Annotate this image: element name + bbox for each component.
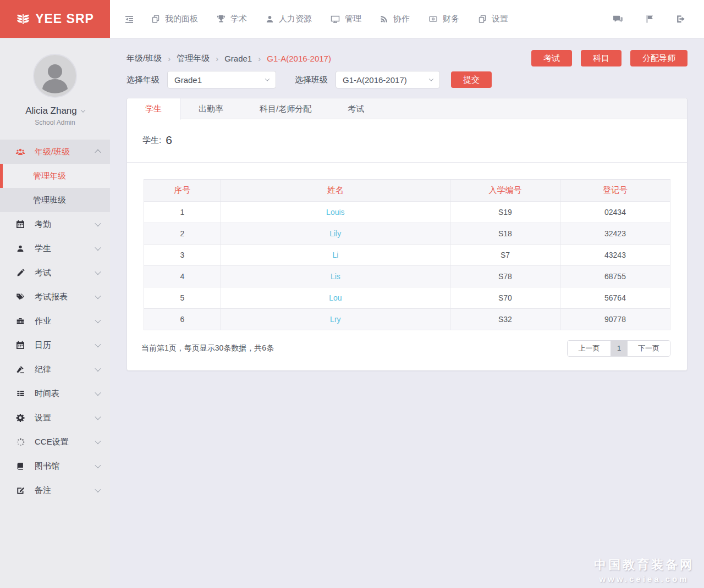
chevron-down-icon <box>95 317 101 323</box>
nav-item-collaboration[interactable]: 协作 <box>371 0 419 38</box>
nav-item-academic[interactable]: 学术 <box>207 0 256 38</box>
sidebar-item-cce-settings[interactable]: CCE设置 <box>0 430 110 454</box>
sidebar-item-discipline[interactable]: 纪律 <box>0 357 110 381</box>
table-cell-admission: S70 <box>450 287 560 309</box>
sidebar-item-exams[interactable]: 考试 <box>0 260 110 285</box>
student-count-value: 6 <box>166 134 172 147</box>
assign-tutor-button[interactable]: 分配导师 <box>630 50 688 66</box>
nav-item-admin[interactable]: 管理 <box>321 0 371 38</box>
header-right-icons <box>613 0 704 38</box>
chevron-down-icon <box>429 76 433 81</box>
calendar-icon <box>15 220 25 229</box>
nav-item-dashboard[interactable]: 我的面板 <box>142 0 207 38</box>
col-serial-no: 序号 <box>144 180 221 202</box>
tags-icon <box>15 293 25 301</box>
col-admission-no: 入学编号 <box>450 180 560 202</box>
avatar[interactable] <box>33 54 77 98</box>
table-cell-serial: 5 <box>144 287 221 309</box>
sidebar-item-attendance[interactable]: 考勤 <box>0 212 110 236</box>
copy-icon <box>151 14 160 24</box>
table-cell-serial: 2 <box>144 223 221 245</box>
sidebar-item-label: 设置 <box>35 413 51 423</box>
rss-icon <box>380 15 388 23</box>
sidebar-item-library[interactable]: 图书馆 <box>0 454 110 478</box>
user-icon <box>15 245 25 253</box>
table-cell-serial: 4 <box>144 266 221 287</box>
pager: 上一页 1 下一页 <box>567 340 670 357</box>
table-cell-admission: S78 <box>450 266 560 287</box>
prev-page-button[interactable]: 上一页 <box>568 341 610 356</box>
sidebar-item-homework[interactable]: 作业 <box>0 309 110 333</box>
chevron-down-icon <box>95 269 101 275</box>
nav-item-finance[interactable]: 财务 <box>419 0 469 38</box>
nav-label: 学术 <box>230 14 247 24</box>
main-content: 年级/班级 › 管理年级 › Grade1 › G1-A(2016-2017) … <box>110 38 704 588</box>
sidebar-submenu: 管理年级 管理班级 <box>0 164 110 212</box>
nav-item-settings[interactable]: 设置 <box>469 0 518 38</box>
table-row: 3 Li S7 43243 <box>144 245 670 266</box>
exam-button[interactable]: 考试 <box>531 50 572 66</box>
tab-attendance-rate[interactable]: 出勤率 <box>180 98 241 119</box>
desktop-icon <box>331 15 340 24</box>
calendar-icon <box>15 341 25 350</box>
chevron-down-icon <box>95 341 101 347</box>
tab-subject-teacher-assignment[interactable]: 科目/老师分配 <box>241 98 329 119</box>
sidebar-item-calendar[interactable]: 日历 <box>0 333 110 357</box>
briefcase-icon <box>15 317 25 325</box>
subject-button[interactable]: 科目 <box>581 50 622 66</box>
submit-button[interactable]: 提交 <box>451 71 492 88</box>
next-page-button[interactable]: 下一页 <box>627 341 670 356</box>
sidebar-item-grades-classes[interactable]: 年级/班级 <box>0 140 110 164</box>
sidebar-item-label: 图书馆 <box>35 461 59 471</box>
sidebar-menu: 年级/班级 管理年级 管理班级 考勤 <box>0 140 110 502</box>
sidebar-item-label: 年级/班级 <box>35 147 70 157</box>
student-name-link[interactable]: Lou <box>329 293 342 302</box>
students-table-wrap: 序号 姓名 入学编号 登记号 1 Louis S19 02434 2 <box>127 163 687 330</box>
breadcrumb-item[interactable]: 年级/班级 <box>127 53 162 64</box>
sidebar-item-timetable[interactable]: 时间表 <box>0 381 110 406</box>
student-name-link[interactable]: Lis <box>331 272 340 281</box>
student-name-link[interactable]: Lily <box>329 229 341 238</box>
sign-out-icon[interactable] <box>676 14 685 24</box>
chevron-down-icon <box>95 390 101 396</box>
note-icon <box>15 486 25 495</box>
comments-icon[interactable] <box>613 14 623 24</box>
sidebar-item-label: 作业 <box>35 316 51 326</box>
grade-select[interactable]: Grade1 <box>167 71 276 88</box>
sidebar-item-students[interactable]: 学生 <box>0 236 110 260</box>
student-count-block: 学生: 6 <box>127 119 687 163</box>
class-select-value: G1-A(2016-2017) <box>343 75 407 85</box>
flag-icon[interactable] <box>645 14 654 24</box>
student-name-link[interactable]: Li <box>332 251 338 259</box>
class-select[interactable]: G1-A(2016-2017) <box>336 71 440 88</box>
sidebar-item-remarks[interactable]: 备注 <box>0 478 110 502</box>
student-name-link[interactable]: Lry <box>330 315 340 324</box>
sidebar-item-exam-reports[interactable]: 考试报表 <box>0 285 110 309</box>
sidebar-item-label: 管理年级 <box>33 171 66 181</box>
breadcrumb-separator: › <box>168 54 170 63</box>
chevron-down-icon <box>95 462 101 468</box>
outdent-icon[interactable] <box>117 15 142 24</box>
sidebar-item-manage-grades[interactable]: 管理年级 <box>0 164 110 188</box>
chevron-down-icon <box>95 220 101 226</box>
filter-row: 选择年级 Grade1 选择班级 G1-A(2016-2017) 提交 <box>127 71 688 88</box>
tab-exams[interactable]: 考试 <box>329 98 382 119</box>
sidebar-item-label: CCE设置 <box>35 437 69 447</box>
sidebar-item-manage-classes[interactable]: 管理班级 <box>0 188 110 212</box>
sidebar-item-label: 考试报表 <box>35 292 68 302</box>
student-name-link[interactable]: Louis <box>326 208 344 217</box>
current-page-button[interactable]: 1 <box>610 341 627 356</box>
chevron-down-icon <box>95 486 101 492</box>
breadcrumb-item[interactable]: Grade1 <box>224 54 252 63</box>
chevron-down-icon <box>95 438 101 444</box>
nav-item-hr[interactable]: 人力资源 <box>256 0 321 38</box>
chevron-down-icon <box>95 245 101 251</box>
table-cell-registration: 02434 <box>560 202 670 223</box>
tab-students[interactable]: 学生 <box>127 98 180 120</box>
table-row: 5 Lou S70 56764 <box>144 287 670 309</box>
sidebar-item-settings[interactable]: 设置 <box>0 406 110 430</box>
breadcrumb-item[interactable]: 管理年级 <box>177 53 210 64</box>
table-cell-registration: 43243 <box>560 245 670 266</box>
brand-logo[interactable]: YEE SRP <box>0 0 110 38</box>
user-menu[interactable]: Alicia Zhang <box>25 106 85 117</box>
